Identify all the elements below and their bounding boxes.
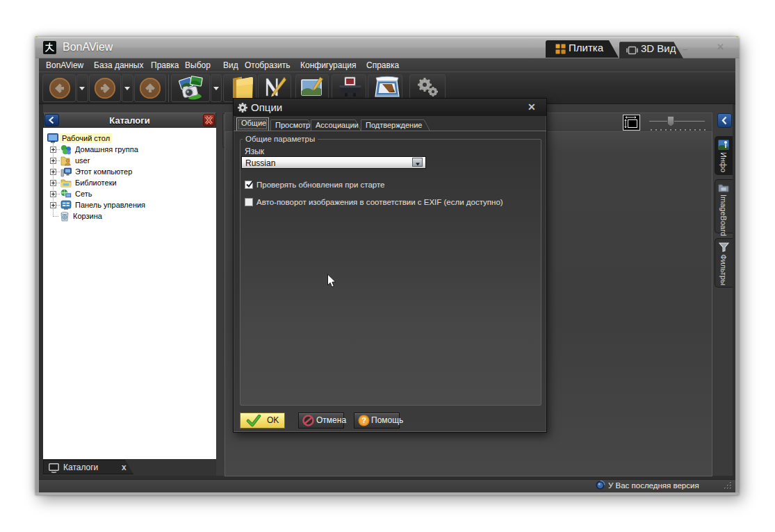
svg-text:?: ? xyxy=(361,416,366,424)
